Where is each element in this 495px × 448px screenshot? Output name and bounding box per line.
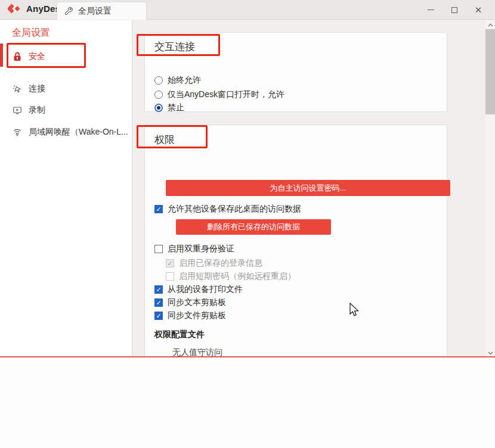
vertical-scrollbar[interactable]: [485, 20, 495, 357]
sidebar-item-label: 安全: [29, 51, 45, 62]
minimize-icon: [428, 10, 434, 10]
sidebar-item-wake-on-lan[interactable]: 局域网唤醒（Wake-On-L...: [0, 122, 132, 143]
tab-global-settings[interactable]: 全局设置: [57, 2, 147, 20]
wifi-icon: [12, 127, 23, 138]
maximize-button[interactable]: [443, 0, 466, 20]
recording-icon: [12, 105, 23, 116]
checkbox-icon: ✓: [154, 312, 163, 320]
tab-label: 全局设置: [78, 6, 112, 17]
connection-icon: [12, 83, 23, 94]
section-title-permissions: 权限: [154, 133, 175, 147]
permission-profiles-heading: 权限配置文件: [154, 329, 205, 340]
settings-panel: 交互连接 始终允许 仅当AnyDesk窗口打开时，允许 禁止 权限 为自主访问设…: [133, 20, 485, 357]
radio-allow-when-open[interactable]: 仅当AnyDesk窗口打开时，允许: [154, 89, 284, 100]
sidebar-item-recording[interactable]: 录制: [0, 99, 132, 121]
sidebar: 全局设置 安全 连接: [0, 20, 132, 357]
sidebar-item-label: 连接: [29, 83, 45, 94]
radio-label: 禁止: [168, 102, 184, 113]
anydesk-logo-icon: [8, 4, 22, 14]
blank-area-below-capture: [0, 357, 495, 448]
sidebar-item-connection[interactable]: 连接: [0, 78, 132, 99]
checkbox-icon: ✓: [166, 272, 174, 281]
lock-icon: [12, 51, 23, 62]
checkbox-print-files[interactable]: ✓ 从我的设备打印文件: [154, 284, 243, 295]
radio-always-allow[interactable]: 始终允许: [154, 75, 201, 86]
radio-deny[interactable]: 禁止: [154, 102, 184, 113]
checkbox-icon: ✓: [154, 245, 163, 253]
chevron-up-icon: [488, 23, 493, 27]
anydesk-window: AnyDesk 全局设置 ✕ 全局设置: [0, 0, 495, 357]
checkbox-label: 同步文本剪贴板: [168, 297, 226, 308]
checkbox-sync-text-clipboard[interactable]: ✓ 同步文本剪贴板: [154, 297, 226, 308]
checkbox-label: 同步文件剪贴板: [168, 310, 226, 321]
close-icon: ✕: [475, 5, 482, 14]
permissions-card: 权限 为自主访问设置密码... ✓ 允许其他设备保存此桌面的访问数据 删除所有已…: [144, 125, 447, 357]
chevron-down-icon: [488, 351, 493, 355]
radio-label: 始终允许: [168, 75, 201, 86]
checkbox-label: 从我的设备打印文件: [168, 284, 243, 295]
checkbox-saved-logins: ✓ 启用已保存的登录信息: [166, 258, 262, 269]
minimize-button[interactable]: [419, 0, 443, 20]
checkbox-icon: ✓: [154, 298, 163, 307]
titlebar: AnyDesk 全局设置 ✕: [0, 0, 495, 20]
anydesk-settings-screen: { "colors": { "brand_red": "#ef443b", "b…: [0, 0, 495, 448]
sidebar-item-label: 录制: [29, 105, 45, 116]
wrench-icon: [64, 7, 73, 15]
window-controls: ✕: [419, 0, 490, 20]
checkbox-sync-file-clipboard[interactable]: ✓ 同步文件剪贴板: [154, 310, 226, 321]
set-password-button[interactable]: 为自主访问设置密码...: [166, 180, 450, 196]
checkbox-allow-save-access[interactable]: ✓ 允许其他设备保存此桌面的访问数据: [154, 204, 301, 214]
capture-cut-line: [0, 356, 495, 357]
checkbox-label: 启用已保存的登录信息: [179, 258, 262, 269]
section-title-interactive: 交互连接: [154, 40, 195, 54]
sidebar-item-label: 局域网唤醒（Wake-On-L...: [29, 127, 128, 138]
close-button[interactable]: ✕: [466, 0, 490, 20]
checkbox-icon: ✓: [154, 285, 163, 294]
radio-icon: [154, 91, 163, 99]
checkbox-label: 启用双重身份验证: [168, 244, 234, 254]
checkbox-two-factor[interactable]: ✓ 启用双重身份验证: [154, 244, 234, 254]
radio-icon: [154, 76, 163, 85]
delete-access-data-button[interactable]: 删除所有已保存的访问数据: [176, 219, 331, 235]
sidebar-title: 全局设置: [12, 27, 50, 39]
radio-icon: [154, 104, 163, 112]
interactive-connection-card: 交互连接 始终允许 仅当AnyDesk窗口打开时，允许 禁止: [144, 32, 447, 112]
sidebar-item-security[interactable]: 安全: [0, 46, 132, 67]
checkbox-temp-password: ✓ 启用短期密码（例如远程重启）: [166, 271, 296, 282]
scrollbar-thumb[interactable]: [485, 29, 495, 114]
checkbox-label: 允许其他设备保存此桌面的访问数据: [168, 204, 301, 214]
scroll-up-button[interactable]: [485, 20, 495, 29]
maximize-icon: [451, 7, 457, 13]
radio-label: 仅当AnyDesk窗口打开时，允许: [168, 89, 284, 100]
checkbox-label: 启用短期密码（例如远程重启）: [179, 271, 296, 282]
checkbox-icon: ✓: [166, 259, 174, 267]
checkbox-icon: ✓: [154, 205, 163, 213]
